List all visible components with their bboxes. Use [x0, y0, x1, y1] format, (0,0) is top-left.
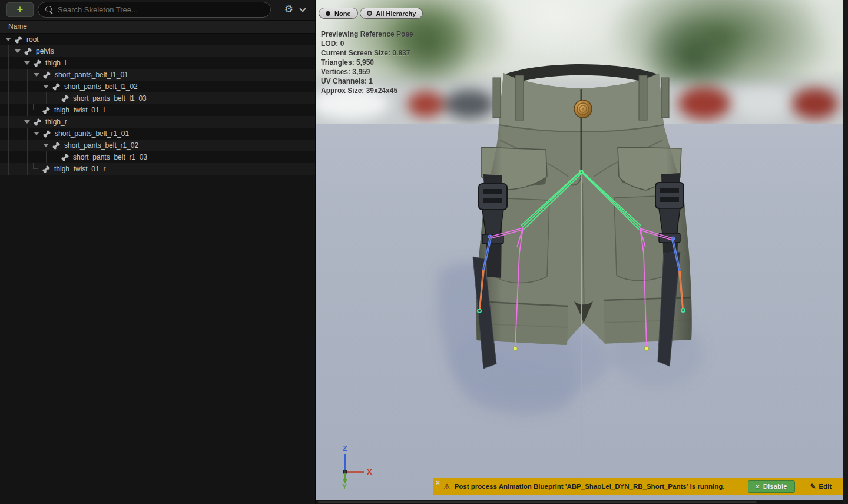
stats-line: UV Channels: 1: [321, 77, 413, 86]
expander-icon[interactable]: [43, 144, 49, 147]
edit-label: Edit: [819, 483, 832, 490]
chevron-down-icon[interactable]: [300, 6, 305, 11]
bone-label: short_pants_belt_l1_02: [64, 82, 138, 91]
search-icon: [45, 6, 53, 14]
bone-icon: [51, 141, 61, 151]
tree-row-root[interactable]: root: [0, 34, 315, 45]
axis-z-label: Z: [343, 444, 347, 453]
bone-label: pelvis: [36, 47, 54, 55]
gear-icon[interactable]: ⚙: [284, 3, 293, 16]
joint-dot-yellow: [645, 347, 649, 351]
expander-icon[interactable]: [34, 132, 39, 135]
edit-button[interactable]: ✎ Edit: [810, 482, 832, 490]
disable-label: Disable: [763, 483, 787, 490]
bone-icon: [42, 129, 52, 139]
horizontal-scrollbar[interactable]: [318, 501, 757, 503]
bone-icon: [41, 164, 51, 174]
stats-line: Triangles: 5,950: [321, 58, 413, 67]
tree-row-short_pants_belt_l1_02[interactable]: short_pants_belt_l1_02: [0, 81, 315, 92]
tree-elbow-connector: [52, 151, 57, 157]
tree-row-pelvis[interactable]: pelvis: [0, 45, 315, 57]
warning-icon: ⚠: [443, 482, 450, 491]
axis-x-label: X: [367, 467, 372, 476]
joint-dot-yellow: [514, 347, 518, 351]
bone-label: short_pants_belt_r1_01: [55, 130, 129, 138]
tree-row-short_pants_belt_r1_02[interactable]: short_pants_belt_r1_02: [0, 140, 315, 151]
stats-line: LOD: 0: [321, 39, 413, 48]
bone-label: thigh_l: [45, 59, 66, 67]
preview-stats: Previewing Reference Pose LOD: 0 Current…: [321, 29, 413, 95]
tree-row-short_pants_belt_l1_01[interactable]: short_pants_belt_l1_01: [0, 69, 315, 81]
stats-line: Current Screen Size: 0.837: [321, 48, 413, 58]
skeleton-tree: root pelvis thigh_l short_pants_belt_l1_…: [0, 34, 315, 175]
tree-row-thigh_l[interactable]: thigh_l: [0, 57, 315, 69]
tree-elbow-connector: [52, 92, 57, 98]
bone-label: thigh_twist_01_l: [54, 106, 105, 114]
right-edge-strip: [843, 0, 848, 504]
name-column-header: Name: [0, 20, 315, 34]
expander-icon[interactable]: [24, 61, 30, 65]
expander-icon[interactable]: [43, 85, 49, 88]
radio-filled-icon: [326, 11, 330, 16]
search-input[interactable]: [58, 5, 264, 14]
stats-line: Vertices: 3,959: [321, 67, 413, 77]
tree-elbow-connector: [33, 163, 38, 169]
skeleton-tree-panel: + ⚙ Name root pelvis: [0, 0, 315, 504]
tree-row-thigh_twist_01_l[interactable]: thigh_twist_01_l: [0, 104, 315, 116]
bone-icon: [14, 35, 24, 45]
bone-label: short_pants_belt_l1_03: [73, 94, 147, 102]
bone-label: short_pants_belt_l1_01: [55, 71, 128, 79]
bone-label: thigh_twist_01_r: [54, 165, 105, 173]
disable-button[interactable]: × Disable: [748, 480, 795, 493]
bone-icon: [41, 105, 51, 115]
notification-message: Post process Animation Blueprint 'ABP_Sh…: [455, 483, 725, 490]
bone-icon: [60, 94, 70, 104]
x-icon: ×: [756, 483, 760, 490]
close-icon[interactable]: ×: [436, 479, 440, 487]
bottom-scrollbar-track[interactable]: [316, 500, 848, 504]
bone-label: short_pants_belt_r1_02: [64, 141, 138, 150]
filter-none-button[interactable]: None: [319, 8, 358, 19]
expander-icon[interactable]: [15, 49, 21, 53]
bone-label: thigh_r: [45, 118, 67, 126]
preview-viewport[interactable]: None All Hierarchy Previewing Reference …: [316, 0, 843, 500]
expander-icon[interactable]: [34, 73, 39, 77]
tree-elbow-connector: [33, 104, 38, 110]
axis-gizmo: Z X Y: [337, 443, 385, 490]
bone-label: short_pants_belt_r1_03: [73, 153, 147, 161]
skeleton-tree-toolbar: + ⚙: [0, 0, 315, 20]
bone-icon: [51, 82, 61, 92]
filter-none-label: None: [334, 10, 351, 17]
search-box[interactable]: [38, 2, 271, 18]
skeleton-editor-window: + ⚙ Name root pelvis: [0, 0, 848, 504]
stats-line: Previewing Reference Pose: [321, 29, 413, 39]
bone-icon: [32, 58, 42, 68]
bone-icon: [42, 70, 52, 80]
postprocess-notification: × ⚠ Post process Animation Blueprint 'AB…: [433, 478, 843, 495]
bone-draw-filter-buttons: None All Hierarchy: [319, 8, 423, 19]
tree-row-short_pants_belt_l1_03[interactable]: short_pants_belt_l1_03: [0, 92, 315, 104]
pencil-icon: ✎: [810, 482, 816, 490]
filter-all-hierarchy-label: All Hierarchy: [376, 10, 416, 17]
bone-icon: [32, 117, 42, 127]
radio-ring-icon: [367, 11, 372, 16]
stats-line: Approx Size: 39x24x45: [321, 86, 413, 95]
tree-row-thigh_r[interactable]: thigh_r: [0, 116, 315, 128]
bone-icon: [60, 152, 70, 163]
expander-icon[interactable]: [24, 120, 30, 124]
add-bone-button[interactable]: +: [6, 2, 34, 17]
expander-icon[interactable]: [5, 38, 11, 41]
tree-row-short_pants_belt_r1_01[interactable]: short_pants_belt_r1_01: [0, 128, 315, 140]
axis-y-label: Y: [342, 483, 347, 490]
bone-icon: [23, 47, 33, 57]
tree-row-thigh_twist_01_r[interactable]: thigh_twist_01_r: [0, 163, 315, 175]
bone-label: root: [26, 35, 39, 44]
filter-all-hierarchy-button[interactable]: All Hierarchy: [360, 8, 423, 19]
tree-row-short_pants_belt_r1_03[interactable]: short_pants_belt_r1_03: [0, 151, 315, 163]
